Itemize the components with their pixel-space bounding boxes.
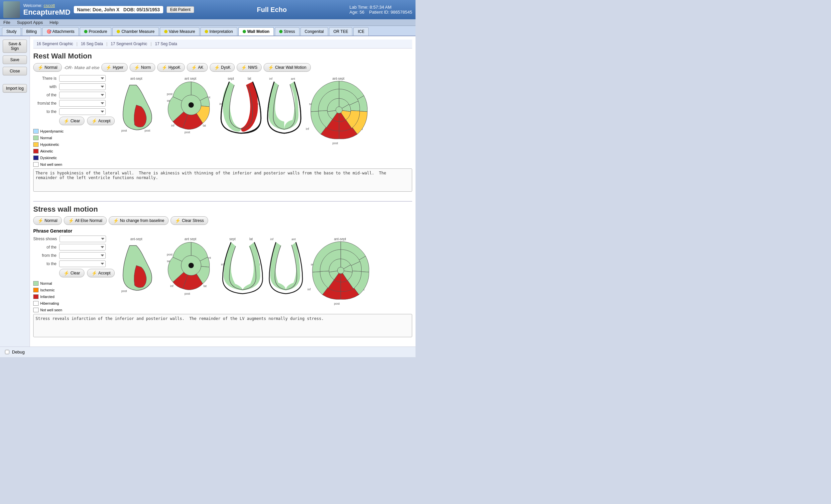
stress-from-select[interactable] xyxy=(59,252,106,259)
subnav-17seg-graphic[interactable]: 17 Segment Graphic xyxy=(111,41,147,46)
svg-text:sept: sept xyxy=(229,237,236,241)
menu-support-apps[interactable]: Support Apps xyxy=(17,20,43,25)
debug-checkbox[interactable] xyxy=(5,350,9,354)
tab-ice[interactable]: ICE xyxy=(353,27,369,35)
rest-nws-button[interactable]: ⚡NWS xyxy=(237,63,262,72)
close-button[interactable]: Close xyxy=(3,67,27,76)
subnav-16seg-graphic[interactable]: 16 Segment Graphic xyxy=(36,41,73,46)
stress-accept-button[interactable]: ⚡Accept xyxy=(87,269,115,277)
tab-or-tee[interactable]: OR TEE xyxy=(329,27,352,35)
stress-left-panel: Stress shows of the from the to the xyxy=(33,236,412,314)
legend-normal-label: Normal xyxy=(40,135,52,141)
stress-to-label: to the xyxy=(33,262,57,266)
stress-diagram-2-svg: ant sept post sept ant inf lat post xyxy=(166,236,218,297)
stress-to-select[interactable] xyxy=(59,261,106,267)
stress-clear-button[interactable]: ⚡Clear xyxy=(59,269,84,277)
rest-diagram-1-svg: ant-sept post post xyxy=(120,75,163,135)
legend-normal: Normal xyxy=(33,135,115,141)
import-log-button[interactable]: Import log xyxy=(3,84,27,93)
rest-report-textarea[interactable] xyxy=(33,169,412,192)
rest-clear-wall-motion-button[interactable]: ⚡Clear Wall Motion xyxy=(264,63,311,72)
stress-normal-button[interactable]: ⚡Normal xyxy=(33,216,62,225)
stress-diagram-2[interactable]: ant sept post sept ant inf lat post xyxy=(166,236,218,298)
rest-diagram-1[interactable]: ant-sept post post xyxy=(120,75,163,136)
tab-attachments[interactable]: 🎯 Attachments xyxy=(42,27,79,35)
rest-dysk-button[interactable]: ⚡DysK xyxy=(210,63,235,72)
rest-diagram-2[interactable]: ant sept post sept ant inf lat post xyxy=(166,75,216,138)
rest-clear-button[interactable]: ⚡Clear xyxy=(59,117,84,125)
tab-wall-motion[interactable]: Wall Motion xyxy=(238,27,274,35)
svg-text:ant-sept: ant-sept xyxy=(334,237,346,241)
tab-procedure[interactable]: Procedure xyxy=(80,27,111,35)
stress-diagram-1[interactable]: ant-sept post xyxy=(120,236,163,298)
save-sign-button[interactable]: Save & Sign xyxy=(3,39,27,53)
subnav-16seg-data[interactable]: 16 Seg Data xyxy=(81,41,103,46)
rest-with-select[interactable] xyxy=(59,83,106,90)
rest-norm-button[interactable]: ⚡Norm xyxy=(130,63,155,72)
rest-diagram-4[interactable]: inf ant xyxy=(266,75,303,138)
username-link[interactable]: cscott xyxy=(44,3,55,8)
rest-from-at-select[interactable] xyxy=(59,100,106,107)
stress-clear-stress-button[interactable]: ⚡Clear Stress xyxy=(171,216,208,225)
tab-stress[interactable]: Stress xyxy=(275,27,299,35)
rest-legend: Hyperdynamic Normal Hypokinetic Aki xyxy=(33,128,115,167)
stress-of-the-select[interactable] xyxy=(59,244,106,250)
save-button[interactable]: Save xyxy=(3,56,27,64)
main-content: Save & Sign Save Close Import log 16 Seg… xyxy=(0,36,416,347)
stress-of-the-row: of the xyxy=(33,244,115,250)
stress-wall-motion-section: Stress wall motion ⚡Normal ⚡All Else Nor… xyxy=(33,205,412,343)
patient-dob: DOB: 05/15/1953 xyxy=(123,7,160,12)
debug-label: Debug xyxy=(12,350,25,355)
rest-to-the-select[interactable] xyxy=(59,108,106,115)
stress-diagram-4[interactable]: inf ant xyxy=(267,236,304,298)
svg-text:inf: inf xyxy=(306,127,309,130)
rest-hyper-button[interactable]: ⚡Hyper xyxy=(102,63,127,72)
legend-hyperdynamic-label: Hyperdynamic xyxy=(40,128,63,134)
stress-all-else-normal-button[interactable]: ⚡All Else Normal xyxy=(64,216,107,225)
svg-point-11 xyxy=(189,102,194,108)
stress-report-textarea[interactable] xyxy=(33,314,412,337)
stress-diagram-3[interactable]: sept lat inf ant xyxy=(221,236,264,298)
rest-accept-button[interactable]: ⚡Accept xyxy=(87,117,115,125)
stress-legend-normal: Normal xyxy=(33,281,115,286)
stress-legend-infarcted: Infarcted xyxy=(33,294,115,299)
legend-akinetic: Akinetic xyxy=(33,149,115,154)
tab-study[interactable]: Study xyxy=(2,27,21,35)
stress-no-change-button[interactable]: ⚡No change from baseline xyxy=(109,216,169,225)
svg-text:lat: lat xyxy=(203,124,206,127)
tab-congenital[interactable]: Congenital xyxy=(300,27,328,35)
tab-billing[interactable]: Billing xyxy=(22,27,41,35)
stress-diagrams-row: ant-sept post ant sept post sept ant xyxy=(120,236,412,314)
rest-there-is-select[interactable] xyxy=(59,75,106,82)
legend-hypokinetic-label: Hypokinetic xyxy=(40,142,59,147)
rest-wall-motion-section: Rest Wall Motion ⚡Normal -OR- Make all e… xyxy=(33,52,412,198)
tab-interpretation[interactable]: Interpretation xyxy=(200,27,237,35)
rest-normal-button[interactable]: ⚡Normal xyxy=(33,63,62,72)
stress-legend-ischemic: Ischemic xyxy=(33,287,115,293)
rest-there-is-row: There is xyxy=(33,75,115,82)
stress-diagram-5[interactable]: ant-sept sept ant inf lat post xyxy=(308,236,374,306)
stress-shows-select[interactable] xyxy=(59,236,106,242)
edit-patient-button[interactable]: Edit Patient xyxy=(167,6,194,13)
header-top: Welcome: cscott EncaptureMD Name: Doe, J… xyxy=(0,0,416,19)
rest-diagram-3[interactable]: sept lat inf ant xyxy=(219,75,263,138)
rest-phrase-actions: ⚡Clear ⚡Accept xyxy=(59,117,115,125)
menu-help[interactable]: Help xyxy=(50,20,58,25)
legend-hypokinetic-color xyxy=(33,142,38,147)
rest-hypok-button[interactable]: ⚡HypoK xyxy=(157,63,185,72)
rest-of-the-select[interactable] xyxy=(59,92,106,98)
stress-button-bar: ⚡Normal ⚡All Else Normal ⚡No change from… xyxy=(33,216,412,225)
svg-text:post: post xyxy=(167,253,173,256)
svg-text:ant sept: ant sept xyxy=(184,77,196,80)
legend-dyskinetic-color xyxy=(33,155,38,160)
svg-text:inf: inf xyxy=(269,77,273,80)
tab-valve-measure[interactable]: Valve Measure xyxy=(160,27,199,35)
stress-phrase-actions: ⚡Clear ⚡Accept xyxy=(59,269,115,277)
menu-file[interactable]: File xyxy=(3,20,10,25)
rest-ak-button[interactable]: ⚡AK xyxy=(187,63,208,72)
menubar: File Support Apps Help xyxy=(0,19,416,26)
stress-phrase-form: Stress shows of the from the to the xyxy=(33,236,115,277)
tab-chamber-measure[interactable]: Chamber Measure xyxy=(112,27,159,35)
rest-diagram-5[interactable]: ant-sept sept ant inf lat post xyxy=(306,75,372,146)
subnav-17seg-data[interactable]: 17 Seg Data xyxy=(155,41,177,46)
